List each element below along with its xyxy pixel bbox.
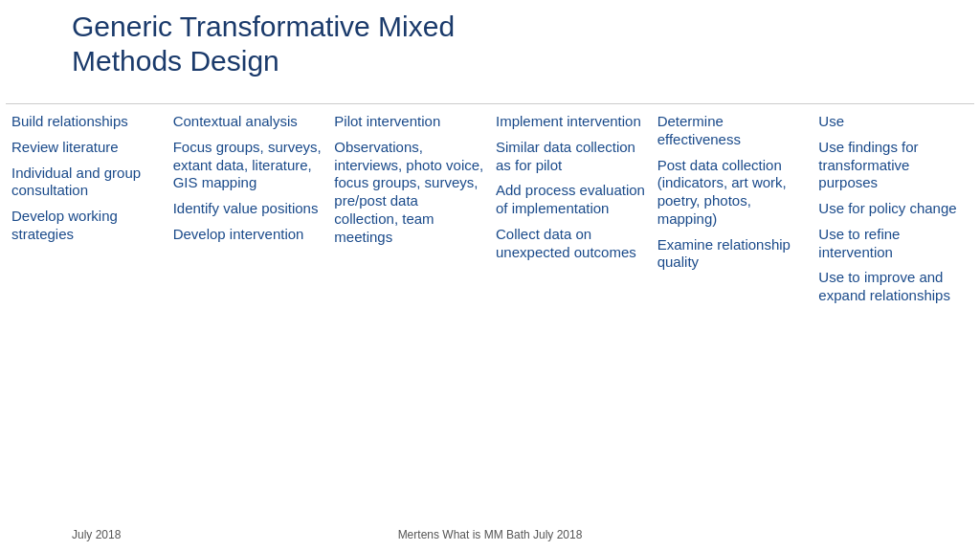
column-6: Use Use findings for transformative purp… (813, 113, 974, 313)
list-item: Review literature (11, 139, 162, 157)
list-item: Use for policy change (818, 200, 969, 218)
list-item: Identify value positions (173, 200, 323, 218)
list-item: Use findings for transformative purposes (818, 139, 969, 192)
title-line2: Methods Design (72, 45, 279, 77)
list-item: Use (818, 113, 969, 131)
list-item: Pilot intervention (334, 113, 484, 131)
column-1: Build relationships Review literature In… (6, 113, 167, 313)
footer-center: Mertens What is MM Bath July 2018 (398, 528, 583, 541)
column-3: Pilot intervention Observations, intervi… (328, 113, 490, 313)
footer-left: July 2018 (72, 528, 121, 541)
list-item: Develop working strategies (11, 208, 162, 244)
columns-container: Build relationships Review literature In… (6, 113, 974, 313)
list-item: Focus groups, surveys, extant data, lite… (173, 139, 323, 192)
list-item: Examine relationship quality (657, 236, 808, 273)
column-5: Determine effectiveness Post data collec… (652, 113, 813, 313)
list-item: Use to improve and expand relationships (818, 269, 969, 305)
list-item: Contextual analysis (173, 113, 323, 131)
title-line1: Generic Transformative Mixed (72, 11, 455, 42)
column-2: Contextual analysis Focus groups, survey… (167, 113, 329, 313)
list-item: Add process evaluation of implementation (496, 182, 646, 218)
list-item: Develop intervention (173, 226, 323, 244)
list-item: Observations, interviews, photo voice, f… (334, 139, 484, 247)
list-item: Build relationships (11, 113, 162, 131)
list-item: Collect data on unexpected outcomes (496, 226, 646, 262)
column-4: Implement intervention Similar data coll… (490, 113, 652, 313)
list-item: Post data collection (indicators, art wo… (657, 157, 808, 229)
list-item: Use to refine intervention (818, 226, 969, 262)
divider (6, 103, 974, 104)
list-item: Determine effectiveness (657, 113, 808, 149)
list-item: Individual and group consultation (11, 165, 162, 201)
list-item: Implement intervention (496, 113, 646, 131)
list-item: Similar data collection as for pilot (496, 139, 646, 175)
